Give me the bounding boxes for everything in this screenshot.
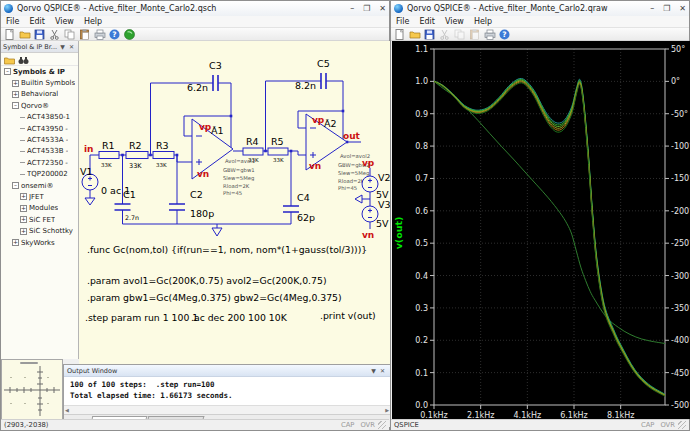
menu-edit[interactable]: Edit <box>414 17 440 26</box>
component-R3[interactable]: R3 33K <box>153 140 174 168</box>
collapse-icon[interactable]: – <box>12 182 19 189</box>
find-binoculars-icon[interactable] <box>18 50 29 69</box>
output-window-header[interactable]: Output Window ▼ ✕ <box>64 365 390 377</box>
cut-button[interactable] <box>438 28 451 40</box>
caps-lock-indicator: CAP <box>338 421 358 429</box>
menu-view[interactable]: View <box>440 17 469 26</box>
expand-icon[interactable]: + <box>12 80 19 87</box>
tree-item-behavioral[interactable]: +Behavioral <box>1 89 78 100</box>
left-toolbar: ? <box>1 28 389 41</box>
right-toolbar: ? <box>391 28 689 41</box>
expand-icon[interactable]: + <box>20 216 27 223</box>
collapse-icon[interactable]: – <box>4 68 11 75</box>
expand-icon[interactable]: + <box>20 193 27 200</box>
menu-help[interactable]: Help <box>79 17 107 26</box>
scroll-left-icon[interactable]: ◀ <box>65 407 69 413</box>
menu-help[interactable]: Help <box>469 17 497 26</box>
resize-grip[interactable] <box>378 421 386 429</box>
svg-text:33K: 33K <box>273 157 284 163</box>
help-button[interactable]: ? <box>498 28 511 40</box>
tree-item-jfet[interactable]: +JFET <box>1 191 78 202</box>
menu-edit[interactable]: Edit <box>24 17 50 26</box>
cut-button[interactable] <box>48 28 61 40</box>
horizontal-scrollbar[interactable]: ◀ ▶ <box>64 405 390 414</box>
paste-button[interactable] <box>468 28 481 40</box>
tree-leaf-tick <box>20 140 25 141</box>
y-left-tick-label: 0.2 <box>415 336 428 345</box>
component-R2[interactable]: R2 33K <box>126 140 148 170</box>
expand-icon[interactable]: + <box>20 228 27 235</box>
maximize-button[interactable]: ❐ <box>663 5 670 13</box>
tree-item-modules[interactable]: +Modules <box>1 203 78 214</box>
open-file-button[interactable] <box>18 28 31 40</box>
tree-item-act43850-1[interactable]: ACT43850-1 <box>1 112 78 123</box>
spice-directives[interactable]: .func Gc(nom,tol) {if(run==1, nom, nom*(… <box>85 244 376 323</box>
menu-file[interactable]: File <box>1 17 24 26</box>
component-V2[interactable]: V2 5V <box>362 172 391 200</box>
resize-grip[interactable] <box>678 421 686 429</box>
component-C5[interactable]: C5 8.2n <box>295 58 330 91</box>
component-A2-opamp[interactable]: vp Ã2 vn Avol=avol2 GBW=gbw2 Slew=5Meg R… <box>306 114 370 191</box>
right-titlebar[interactable]: Qorvo QSPICE® - Active_filter_Monte_Carl… <box>391 1 689 16</box>
component-C3[interactable]: C3 6.2n <box>187 60 222 93</box>
tree-item-act43950[interactable]: ACT43950 - <box>1 123 78 134</box>
schematic-canvas[interactable]: V1 0 ac 1 in R1 33K R2 33K R3 <box>79 41 391 364</box>
tree-item-onsemi[interactable]: –onsemi® <box>1 180 78 191</box>
collapse-icon[interactable]: – <box>12 102 19 109</box>
menu-view[interactable]: View <box>50 17 79 26</box>
expand-icon[interactable]: + <box>20 205 27 212</box>
tree-item-tqp200002[interactable]: TQP200002 <box>1 169 78 180</box>
open-folder-icon[interactable] <box>4 50 15 69</box>
tree-item-builtin-symbols[interactable]: +Builtin Symbols <box>1 77 78 88</box>
chevron-down-icon[interactable]: ▼ <box>58 43 67 50</box>
tree-item-act4533a[interactable]: ACT4533A - <box>1 134 78 145</box>
expand-icon[interactable]: + <box>12 91 19 98</box>
tree-item-skyworks[interactable]: +SkyWorks <box>1 237 78 248</box>
component-C2[interactable]: C2 180p <box>169 189 214 219</box>
new-file-button[interactable] <box>393 28 406 40</box>
maximize-button[interactable]: ❐ <box>363 5 370 13</box>
tree-item-act72350[interactable]: ACT72350 - <box>1 157 78 168</box>
paste-button[interactable] <box>78 28 91 40</box>
copy-button[interactable] <box>63 28 76 40</box>
svg-text:6.2n: 6.2n <box>187 82 208 93</box>
left-titlebar[interactable]: Qorvo QSPICE® - Active_filter_Monte_Carl… <box>1 1 389 16</box>
splitter-handle[interactable] <box>20 362 38 364</box>
component-R5[interactable]: R5 33K <box>268 136 288 163</box>
print-button[interactable] <box>93 28 106 40</box>
copy-button[interactable] <box>453 28 466 40</box>
tree-item-sic-schottky[interactable]: +SiC Schottky <box>1 225 78 236</box>
open-file-button[interactable] <box>408 28 421 40</box>
close-button[interactable]: ✕ <box>379 5 386 13</box>
tree-item-act4533b[interactable]: ACT4533B - <box>1 146 78 157</box>
new-file-button[interactable] <box>3 28 16 40</box>
minimize-button[interactable]: – <box>650 5 654 13</box>
component-V3[interactable]: V3 5V <box>362 199 391 229</box>
run-simulation-button[interactable] <box>123 28 136 40</box>
waveform-plot[interactable]: 1.11.00.90.80.70.60.50.40.30.20.10.050°0… <box>392 41 690 419</box>
plot-svg[interactable]: 1.11.00.90.80.70.60.50.40.30.20.10.050°0… <box>392 41 690 419</box>
close-output-icon[interactable]: ✕ <box>378 367 387 374</box>
expand-icon[interactable]: + <box>12 239 19 246</box>
schematic-svg[interactable]: V1 0 ac 1 in R1 33K R2 33K R3 <box>79 41 391 364</box>
close-panel-icon[interactable]: ✕ <box>67 43 76 50</box>
tree-leaf-tick <box>20 174 25 175</box>
scroll-right-icon[interactable]: ▶ <box>385 407 389 413</box>
svg-text:5V: 5V <box>376 218 389 229</box>
chevron-down-icon[interactable]: ▼ <box>369 367 378 374</box>
help-button[interactable]: ? <box>108 28 121 40</box>
minimize-button[interactable]: – <box>350 5 354 13</box>
component-R1[interactable]: R1 33K <box>99 140 119 168</box>
save-button[interactable] <box>423 28 436 40</box>
tree-item-qorvo[interactable]: –Qorvo® <box>1 100 78 111</box>
right-menubar: File Edit View Help <box>391 16 689 28</box>
print-button[interactable] <box>483 28 496 40</box>
tree-item-symbols-ip[interactable]: –Symbols & IP <box>1 66 78 77</box>
menu-file[interactable]: File <box>391 17 414 26</box>
tree-item-sic-fet[interactable]: +SiC FET <box>1 214 78 225</box>
component-C4[interactable]: C4 62p <box>283 192 315 223</box>
y-left-tick-label: 1.0 <box>415 77 428 86</box>
component-A1-opamp[interactable]: vp Ã1 vn Avol=avol1 GBW=gbw1 Slew=5Meg R… <box>192 119 255 196</box>
save-button[interactable] <box>33 28 46 40</box>
close-button[interactable]: ✕ <box>679 5 686 13</box>
